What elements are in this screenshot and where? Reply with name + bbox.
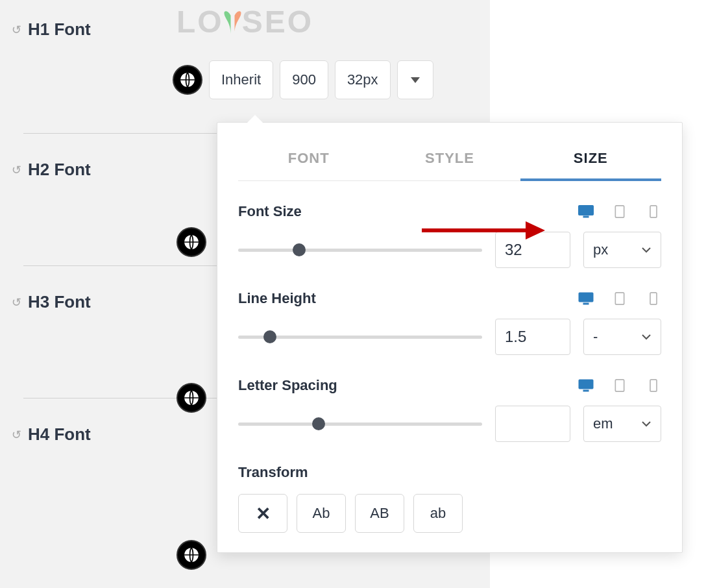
desktop-icon[interactable] bbox=[578, 205, 594, 218]
reset-icon[interactable]: ↻ bbox=[12, 295, 21, 310]
phone-icon[interactable] bbox=[646, 205, 661, 218]
letter-spacing-input[interactable] bbox=[495, 406, 570, 442]
font-more-chip[interactable] bbox=[397, 60, 433, 99]
chevron-down-icon bbox=[411, 77, 420, 83]
tab-size[interactable]: SIZE bbox=[520, 142, 661, 181]
globe-icon bbox=[179, 71, 196, 88]
letter-spacing-unit-select[interactable]: em bbox=[583, 406, 661, 442]
tablet-icon[interactable] bbox=[612, 205, 627, 218]
svg-rect-10 bbox=[583, 303, 589, 304]
tablet-icon[interactable] bbox=[612, 292, 627, 305]
transform-section: Transform ✕ Ab AB ab bbox=[238, 464, 661, 533]
transform-none-button[interactable]: ✕ bbox=[238, 494, 287, 533]
font-size-section: Font Size px bbox=[238, 203, 661, 268]
line-height-section: Line Height - bbox=[238, 290, 661, 355]
svg-rect-9 bbox=[579, 293, 593, 302]
globe-icon bbox=[183, 389, 200, 406]
popover-tabs: FONT STYLE SIZE bbox=[238, 142, 661, 181]
globe-icon bbox=[183, 546, 200, 563]
globe-button[interactable] bbox=[176, 227, 206, 257]
svg-rect-4 bbox=[579, 206, 593, 215]
h1-font-row: ↻ H1 Font Inherit 900 32px bbox=[0, 0, 490, 134]
desktop-icon[interactable] bbox=[578, 379, 594, 392]
font-weight-chip[interactable]: 900 bbox=[280, 60, 328, 99]
tab-style[interactable]: STYLE bbox=[379, 142, 520, 180]
tablet-icon[interactable] bbox=[612, 379, 627, 392]
font-size-slider[interactable] bbox=[238, 240, 482, 260]
reset-icon[interactable]: ↻ bbox=[12, 428, 21, 442]
font-settings-popover: FONT STYLE SIZE Font Size px bbox=[217, 122, 683, 553]
transform-capitalize-button[interactable]: Ab bbox=[297, 494, 346, 533]
transform-uppercase-button[interactable]: AB bbox=[355, 494, 404, 533]
close-icon: ✕ bbox=[256, 503, 271, 524]
svg-rect-7 bbox=[615, 206, 624, 217]
reset-icon[interactable]: ↻ bbox=[12, 23, 21, 37]
globe-button[interactable] bbox=[176, 383, 206, 413]
h2-font-label: H2 Font bbox=[28, 160, 91, 180]
svg-rect-15 bbox=[615, 380, 624, 391]
h3-font-label: H3 Font bbox=[28, 292, 91, 312]
h1-font-label: H1 Font bbox=[28, 19, 91, 40]
font-size-input[interactable] bbox=[495, 232, 570, 268]
transform-label: Transform bbox=[238, 464, 661, 481]
tab-font[interactable]: FONT bbox=[238, 142, 379, 180]
svg-rect-8 bbox=[650, 206, 657, 217]
letter-spacing-label: Letter Spacing bbox=[238, 377, 337, 394]
chevron-down-icon bbox=[641, 334, 651, 340]
reset-icon[interactable]: ↻ bbox=[12, 163, 21, 177]
phone-icon[interactable] bbox=[646, 292, 661, 305]
svg-rect-13 bbox=[579, 380, 593, 389]
line-height-slider[interactable] bbox=[238, 327, 482, 347]
chevron-down-icon bbox=[641, 247, 651, 253]
transform-lowercase-button[interactable]: ab bbox=[413, 494, 463, 533]
line-height-unit-select[interactable]: - bbox=[583, 319, 661, 355]
h4-font-label: H4 Font bbox=[28, 424, 91, 445]
phone-icon[interactable] bbox=[646, 379, 661, 392]
chevron-down-icon bbox=[641, 421, 651, 427]
globe-button[interactable] bbox=[176, 540, 206, 570]
line-height-label: Line Height bbox=[238, 290, 316, 307]
font-family-chip[interactable]: Inherit bbox=[209, 60, 273, 99]
desktop-icon[interactable] bbox=[578, 292, 594, 305]
line-height-input[interactable] bbox=[495, 319, 570, 355]
globe-icon bbox=[183, 234, 200, 251]
svg-rect-16 bbox=[650, 380, 657, 391]
svg-rect-6 bbox=[583, 216, 589, 217]
letter-spacing-section: Letter Spacing em bbox=[238, 377, 661, 442]
font-size-label: Font Size bbox=[238, 203, 302, 220]
globe-button[interactable] bbox=[173, 65, 202, 95]
letter-spacing-slider[interactable] bbox=[238, 414, 482, 434]
font-size-unit-select[interactable]: px bbox=[583, 232, 661, 268]
svg-rect-11 bbox=[615, 293, 624, 304]
svg-rect-12 bbox=[650, 293, 657, 304]
font-size-chip[interactable]: 32px bbox=[335, 60, 391, 99]
svg-rect-14 bbox=[583, 390, 589, 391]
